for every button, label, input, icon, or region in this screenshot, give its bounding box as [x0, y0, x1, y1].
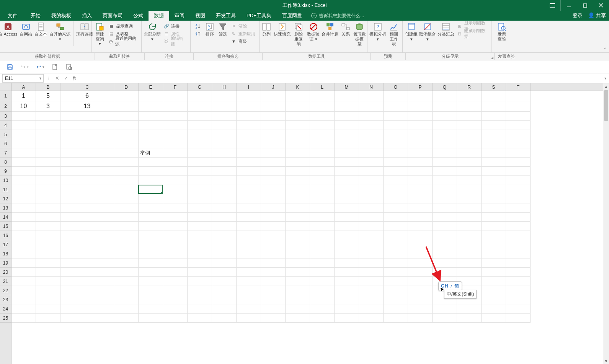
- cell-N17[interactable]: [359, 240, 384, 249]
- cell-L3[interactable]: [310, 112, 335, 121]
- cell-N15[interactable]: [359, 222, 384, 231]
- refresh-all-button[interactable]: 全部刷新 ▾: [143, 21, 162, 42]
- cell-B8[interactable]: [36, 158, 60, 167]
- column-header-D[interactable]: D: [114, 83, 139, 91]
- cell-F21[interactable]: [163, 277, 188, 286]
- cell-F16[interactable]: [163, 231, 188, 240]
- cell-D14[interactable]: [114, 213, 139, 222]
- namebox-dropdown-icon[interactable]: ▼: [39, 76, 42, 80]
- column-header-B[interactable]: B: [36, 83, 60, 91]
- cell-G12[interactable]: [188, 194, 212, 203]
- cell-E10[interactable]: [139, 176, 163, 185]
- cell-L13[interactable]: [310, 203, 335, 213]
- cell-Q3[interactable]: [433, 112, 457, 121]
- cell-I19[interactable]: [237, 258, 261, 268]
- cell-K3[interactable]: [286, 112, 310, 121]
- cell-C24[interactable]: [60, 304, 114, 314]
- cell-G17[interactable]: [188, 240, 212, 249]
- connections-button[interactable]: 🔗连接: [162, 22, 189, 30]
- remove-duplicates-button[interactable]: 删除 重复项: [291, 21, 306, 47]
- cell-P23[interactable]: [408, 295, 433, 304]
- formula-input[interactable]: [78, 74, 601, 83]
- cell-N8[interactable]: [359, 158, 384, 167]
- cell-C3[interactable]: [60, 112, 114, 121]
- cell-C22[interactable]: [60, 286, 114, 295]
- cell-A9[interactable]: [11, 167, 36, 176]
- cell-K25[interactable]: [286, 314, 310, 323]
- cell-D16[interactable]: [114, 231, 139, 240]
- cell-H18[interactable]: [212, 249, 237, 258]
- tab-data[interactable]: 数据: [149, 11, 169, 21]
- cell-A25[interactable]: [11, 314, 36, 323]
- cell-J7[interactable]: [261, 148, 286, 158]
- cell-R3[interactable]: [457, 112, 482, 121]
- vertical-scrollbar[interactable]: ▲ ▼: [603, 83, 609, 364]
- cell-T13[interactable]: [506, 203, 531, 213]
- filter-button[interactable]: 筛选: [216, 21, 229, 37]
- row-header-18[interactable]: 18: [0, 249, 11, 258]
- cell-S2[interactable]: [482, 101, 506, 112]
- cell-O8[interactable]: [384, 158, 408, 167]
- cell-L16[interactable]: [310, 231, 335, 240]
- cell-K13[interactable]: [286, 203, 310, 213]
- cell-G10[interactable]: [188, 176, 212, 185]
- cell-G7[interactable]: [188, 148, 212, 158]
- cell-I14[interactable]: [237, 213, 261, 222]
- cell-G21[interactable]: [188, 277, 212, 286]
- column-header-N[interactable]: N: [359, 83, 384, 91]
- cell-I9[interactable]: [237, 167, 261, 176]
- cell-F3[interactable]: [163, 112, 188, 121]
- cell-P13[interactable]: [408, 203, 433, 213]
- cell-Q24[interactable]: [433, 304, 457, 314]
- cell-O19[interactable]: [384, 258, 408, 268]
- cell-F18[interactable]: [163, 249, 188, 258]
- cell-F6[interactable]: [163, 139, 188, 148]
- cell-T14[interactable]: [506, 213, 531, 222]
- row-header-1[interactable]: 1: [0, 91, 11, 101]
- cell-I23[interactable]: [237, 295, 261, 304]
- cell-T24[interactable]: [506, 304, 531, 314]
- tab-view[interactable]: 视图: [190, 11, 211, 21]
- cell-H21[interactable]: [212, 277, 237, 286]
- tab-baidu[interactable]: 百度网盘: [277, 11, 307, 21]
- row-header-2[interactable]: 2: [0, 101, 11, 112]
- cell-L2[interactable]: [310, 101, 335, 112]
- row-header-7[interactable]: 7: [0, 148, 11, 158]
- column-header-J[interactable]: J: [261, 83, 286, 91]
- select-all-button[interactable]: [0, 83, 11, 91]
- cell-D17[interactable]: [114, 240, 139, 249]
- row-header-25[interactable]: 25: [0, 314, 11, 323]
- cell-F7[interactable]: [163, 148, 188, 158]
- column-header-A[interactable]: A: [11, 83, 36, 91]
- cell-B11[interactable]: [36, 185, 60, 194]
- cell-S14[interactable]: [482, 213, 506, 222]
- sort-asc-button[interactable]: AZ: [193, 22, 202, 30]
- cell-C21[interactable]: [60, 277, 114, 286]
- cell-O14[interactable]: [384, 213, 408, 222]
- cell-S16[interactable]: [482, 231, 506, 240]
- cell-M15[interactable]: [335, 222, 359, 231]
- subtotal-button[interactable]: 分类汇总: [437, 21, 455, 37]
- cell-I7[interactable]: [237, 148, 261, 158]
- cell-D7[interactable]: [114, 148, 139, 158]
- cell-S8[interactable]: [482, 158, 506, 167]
- cell-E5[interactable]: [139, 130, 163, 139]
- cell-A13[interactable]: [11, 203, 36, 213]
- cell-S22[interactable]: [482, 286, 506, 295]
- cell-I25[interactable]: [237, 314, 261, 323]
- cell-N4[interactable]: [359, 121, 384, 130]
- cell-A24[interactable]: [11, 304, 36, 314]
- cell-C8[interactable]: [60, 158, 114, 167]
- cell-N2[interactable]: [359, 101, 384, 112]
- column-header-O[interactable]: O: [384, 83, 408, 91]
- cell-N3[interactable]: [359, 112, 384, 121]
- cell-E11[interactable]: [139, 185, 163, 194]
- cell-O3[interactable]: [384, 112, 408, 121]
- cell-J8[interactable]: [261, 158, 286, 167]
- cell-A11[interactable]: [11, 185, 36, 194]
- cell-R20[interactable]: [457, 268, 482, 277]
- cell-K23[interactable]: [286, 295, 310, 304]
- cell-N1[interactable]: [359, 91, 384, 101]
- cell-E20[interactable]: [139, 268, 163, 277]
- cell-O13[interactable]: [384, 203, 408, 213]
